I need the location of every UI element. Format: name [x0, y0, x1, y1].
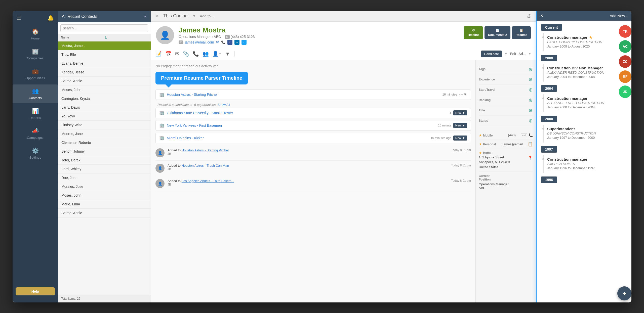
contact-item[interactable]: Bench, Johnny: [58, 147, 151, 156]
contact-item[interactable]: Mostra, James: [58, 41, 151, 50]
twitter-icon[interactable]: t: [242, 40, 247, 45]
contact-item[interactable]: Ford, Whitey: [58, 165, 151, 173]
no-activity-message: No engagement or reach out activity yet: [155, 64, 471, 68]
print-icon[interactable]: 🖨: [527, 13, 531, 19]
contact-item[interactable]: Evans, Bernie: [58, 59, 151, 68]
this-contact-tab[interactable]: This Contact: [163, 13, 189, 19]
ranking-add-button[interactable]: ⊕: [529, 97, 533, 103]
year-badge-2004: 2004: [541, 85, 557, 92]
contact-item[interactable]: Marie, Luna: [58, 200, 151, 209]
experience-add-button[interactable]: ⊕: [529, 76, 533, 82]
resume-button[interactable]: 📋 Resume: [512, 26, 531, 39]
contact-item[interactable]: Moses, John: [58, 85, 151, 94]
user-avatar-ac[interactable]: AC: [619, 40, 631, 53]
user-avatar-tk[interactable]: TK: [619, 25, 631, 38]
candidate-dropdown[interactable]: ▼: [504, 52, 507, 56]
sidebar-item-campaigns[interactable]: 📣 Campaigns: [13, 124, 58, 143]
phone-icon[interactable]: 📞: [221, 40, 225, 44]
candidate-button[interactable]: Candidate: [481, 51, 502, 57]
opportunity-menu[interactable]: ---▼: [459, 92, 467, 97]
contact-item[interactable]: Lindsey Wise: [58, 121, 151, 129]
start-travel-add-button[interactable]: ⊕: [529, 87, 533, 93]
new-status-badge[interactable]: New ▼: [453, 136, 467, 141]
new-status-badge[interactable]: New ▼: [453, 123, 467, 128]
contact-item[interactable]: Yo, Yoyo: [58, 112, 151, 121]
help-button[interactable]: Help: [16, 287, 55, 295]
location-icon[interactable]: 📍: [528, 155, 533, 160]
user-avatar-rf[interactable]: RF: [619, 70, 631, 83]
more-button[interactable]: ▼: [225, 51, 230, 57]
contact-item[interactable]: Selma, Annie: [58, 209, 151, 217]
opportunity-row: 🏢 New York Yankees - First Basemen 16 mi…: [155, 120, 471, 131]
tags-add-button[interactable]: ⊕: [529, 66, 533, 72]
new-status-badge[interactable]: New ▼: [453, 110, 467, 115]
year-badge-2000: 2000: [541, 116, 557, 122]
campaigns-icon: 📣: [32, 128, 39, 134]
calendar-button[interactable]: 📅: [165, 51, 172, 57]
bell-icon[interactable]: 🔔: [48, 15, 54, 21]
hamburger-icon[interactable]: ☰: [17, 15, 21, 21]
group-button[interactable]: 👥: [203, 51, 209, 57]
opportunity-name[interactable]: Miami Dolphins - Kicker: [167, 136, 431, 140]
entry-company: DB JOHNSON CONSTRUCTION: [547, 131, 627, 135]
add-button[interactable]: Ad...: [518, 52, 526, 56]
title-add-button[interactable]: ⊕: [529, 107, 533, 113]
phone-call-icon[interactable]: 📞: [529, 133, 533, 137]
opportunity-name[interactable]: Oklahoma State University - Smoke Tester: [167, 111, 450, 115]
user-avatar-zc[interactable]: ZC: [619, 55, 631, 68]
contact-email[interactable]: james@email.com: [185, 40, 214, 44]
contact-item[interactable]: Clemente, Roberto: [58, 138, 151, 147]
add-dropdown[interactable]: ▼: [528, 52, 531, 56]
sidebar-item-home[interactable]: 🏠 Home: [13, 25, 58, 44]
user-avatar-jd[interactable]: JD: [619, 85, 631, 98]
email-button[interactable]: ✉: [175, 51, 179, 57]
contact-item[interactable]: Carrington, Krystal: [58, 94, 151, 103]
copy-icon[interactable]: 📋: [528, 142, 533, 147]
person-add-button[interactable]: 👤+: [212, 51, 222, 57]
contact-item[interactable]: Moses, John: [58, 191, 151, 200]
contact-search-input[interactable]: [60, 24, 148, 32]
activity-link[interactable]: Houston Astros - Trash Can Man: [182, 164, 229, 167]
close-resume-icon[interactable]: ✕: [540, 13, 543, 18]
opportunity-name[interactable]: New York Yankees - First Basemen: [167, 123, 438, 127]
refresh-icon[interactable]: ↻: [104, 36, 148, 40]
candidate-text: Rachel is a candidate on 6 opportunities…: [157, 103, 217, 107]
ranking-row: Ranking ⊕: [479, 95, 533, 105]
edit-button[interactable]: Edit: [510, 52, 516, 56]
document-button[interactable]: 📎: [183, 51, 189, 57]
contact-tab-dropdown[interactable]: ▼: [193, 14, 196, 18]
facebook-icon[interactable]: f: [227, 40, 232, 45]
mobile-left: ★ Mobile: [479, 133, 493, 138]
timeline-button[interactable]: ⏱ Timeline: [464, 26, 483, 39]
sidebar-item-opportunities[interactable]: 💼 Opportunities: [13, 65, 58, 83]
contact-item[interactable]: Selma, Annie: [58, 77, 151, 85]
email-icon[interactable]: ✉: [216, 40, 219, 44]
contact-item[interactable]: Troy, Elle: [58, 50, 151, 59]
activity-link[interactable]: Los Angeles Angels - Third Basem...: [182, 179, 234, 183]
fab-button[interactable]: +: [617, 286, 631, 300]
entry-title: Construction manager: [547, 96, 627, 101]
contact-item[interactable]: Morales, Jose: [58, 182, 151, 191]
add-new-label[interactable]: Add New...: [610, 14, 628, 18]
activity-link[interactable]: Houston Astros - Starting Pitcher: [182, 148, 229, 152]
add-to-button[interactable]: Add to...: [200, 14, 214, 18]
note-button[interactable]: 📝: [155, 51, 162, 57]
sidebar-item-reports[interactable]: 📊 Reports: [13, 104, 58, 123]
contact-item[interactable]: Kendall, Jesse: [58, 68, 151, 77]
contact-item[interactable]: Moores, Jane: [58, 129, 151, 138]
contact-item[interactable]: Larry, Davis: [58, 103, 151, 112]
phone-toolbar-button[interactable]: 📞: [193, 51, 199, 57]
close-icon[interactable]: ✕: [155, 13, 159, 19]
contact-item[interactable]: Jeter, Derek: [58, 156, 151, 165]
contact-search-container: [58, 22, 151, 34]
sidebar-item-companies[interactable]: 🏢 Companies: [13, 45, 58, 64]
show-all-link[interactable]: Show All: [218, 103, 230, 107]
sidebar-item-settings[interactable]: ⚙️ Settings: [13, 144, 58, 163]
contact-item[interactable]: Doe, John: [58, 173, 151, 182]
sidebar-item-contacts[interactable]: 👥 Contacts: [13, 84, 58, 103]
contact-list-dropdown-arrow[interactable]: ▼: [144, 15, 147, 18]
status-add-button[interactable]: ⊕: [529, 118, 533, 124]
opportunity-name[interactable]: Houston Astros - Starting Pitcher: [167, 93, 442, 97]
linkedin-icon[interactable]: in: [234, 40, 239, 45]
documents-button[interactable]: 📄 Documents 2: [485, 26, 510, 39]
